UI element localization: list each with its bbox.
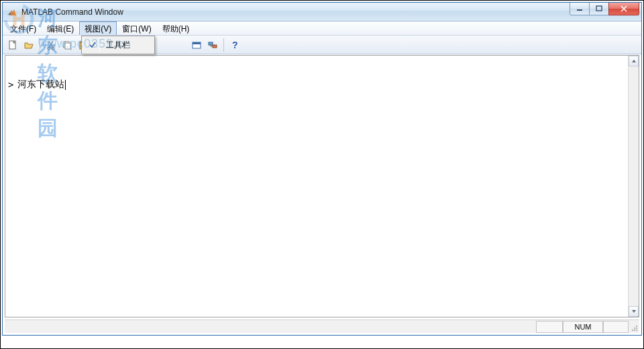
- svg-rect-6: [65, 43, 70, 49]
- menu-file[interactable]: 文件(F): [5, 21, 42, 35]
- svg-point-16: [636, 328, 637, 329]
- svg-rect-0: [577, 9, 582, 11]
- status-num-label: NUM: [574, 323, 591, 331]
- menu-help[interactable]: 帮助(H): [157, 21, 195, 35]
- title-bar[interactable]: MATLAB Command Window: [3, 3, 641, 21]
- svg-rect-10: [193, 42, 201, 44]
- new-file-button[interactable]: [5, 38, 20, 52]
- submenu-item-toolbar[interactable]: 工具栏: [83, 38, 153, 52]
- close-button[interactable]: [608, 3, 639, 15]
- svg-rect-11: [209, 42, 213, 45]
- prompt-line: > 河东下载站: [8, 79, 625, 91]
- window-frame: MATLAB Command Window 文件(F) 编辑(E) 视图(V) …: [2, 2, 642, 336]
- window-controls: [570, 3, 641, 21]
- svg-point-19: [636, 326, 637, 327]
- help-button[interactable]: ?: [227, 38, 242, 52]
- copy-button[interactable]: [60, 38, 74, 52]
- menu-view-label: 视图(V): [85, 24, 111, 34]
- status-panel-empty: [536, 321, 563, 333]
- toolbar-separator: [40, 38, 40, 52]
- status-panel-num: NUM: [563, 321, 603, 333]
- menu-help-label: 帮助(H): [162, 24, 190, 34]
- status-panel-right: [603, 321, 629, 333]
- prompt-symbol: >: [8, 79, 17, 90]
- cut-button[interactable]: [44, 38, 58, 52]
- svg-text:?: ?: [232, 40, 238, 50]
- submenu-gutter: [99, 38, 100, 52]
- svg-rect-12: [213, 45, 217, 48]
- status-bar: NUM: [5, 319, 639, 333]
- path-browser-button[interactable]: [205, 38, 220, 52]
- window-title: MATLAB Command Window: [21, 7, 570, 17]
- app-icon: [7, 7, 17, 17]
- command-window-area: > 河东下载站: [5, 55, 639, 317]
- submenu-item-label: 工具栏: [99, 40, 130, 51]
- check-icon: [86, 41, 99, 49]
- minimize-button[interactable]: [570, 3, 590, 15]
- vertical-scrollbar[interactable]: [628, 56, 639, 317]
- svg-point-18: [634, 328, 635, 329]
- menu-file-label: 文件(F): [10, 24, 36, 34]
- view-submenu: 工具栏: [81, 36, 155, 54]
- resize-grip-icon[interactable]: [629, 321, 639, 333]
- workspace-button[interactable]: [189, 38, 204, 52]
- text-caret: [65, 80, 66, 90]
- svg-point-14: [636, 330, 637, 331]
- toolbar-separator: [223, 38, 224, 52]
- command-window[interactable]: > 河东下载站: [5, 56, 628, 317]
- open-file-button[interactable]: [21, 38, 36, 52]
- menu-view[interactable]: 视图(V): [79, 21, 117, 35]
- menu-window[interactable]: 窗口(W): [117, 21, 156, 35]
- menu-window-label: 窗口(W): [122, 24, 151, 34]
- scroll-up-button[interactable]: [629, 56, 639, 66]
- svg-point-15: [634, 330, 635, 331]
- menu-edit-label: 编辑(E): [47, 24, 74, 34]
- svg-rect-1: [596, 6, 602, 11]
- menu-edit[interactable]: 编辑(E): [42, 21, 79, 35]
- maximize-button[interactable]: [589, 3, 609, 15]
- svg-point-17: [632, 330, 633, 331]
- scroll-down-button[interactable]: [629, 306, 639, 317]
- command-input-text: 河东下载站: [17, 79, 64, 91]
- menu-bar: 文件(F) 编辑(E) 视图(V) 窗口(W) 帮助(H): [3, 21, 641, 36]
